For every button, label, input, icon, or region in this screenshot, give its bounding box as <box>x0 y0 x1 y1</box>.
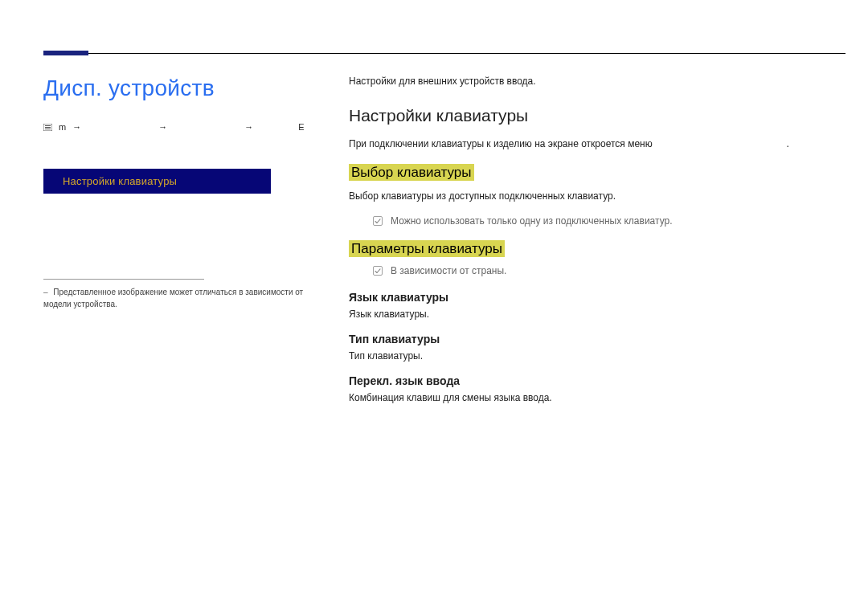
subsection-keyboard-params-label: Параметры клавиатуры <box>349 240 505 257</box>
footnote-divider <box>43 279 204 280</box>
subsection-keyboard-select: Выбор клавиатуры <box>349 165 845 181</box>
page-title: Дисп. устройств <box>43 76 317 101</box>
svg-rect-4 <box>374 217 383 226</box>
header-rule <box>43 53 845 54</box>
sidebar-panel: Настройки клавиатуры <box>43 169 271 194</box>
breadcrumb-arrow-3: → <box>244 122 253 132</box>
keyboard-select-note: Можно использовать только одну из подклю… <box>373 215 845 228</box>
keyboard-select-note-text: Можно использовать только одну из подклю… <box>391 215 673 227</box>
menu-icon <box>43 124 52 131</box>
info-icon <box>373 216 383 228</box>
info-icon <box>373 266 383 278</box>
subsection-keyboard-params: Параметры клавиатуры <box>349 241 845 257</box>
footnote-bullet: – <box>43 288 48 296</box>
sidebar-item-label: Настройки клавиатуры <box>63 175 177 187</box>
footnote: – Представленное изображение может отлич… <box>43 286 317 310</box>
item-keyboard-type-head: Тип клавиатуры <box>349 333 845 345</box>
content-column: Настройки для внешних устройств ввода. Н… <box>341 76 845 408</box>
footnote-text: Представленное изображение может отличат… <box>43 288 303 309</box>
item-keyboard-language-body: Язык клавиатуры. <box>349 309 845 320</box>
left-column: Дисп. устройств m → → → E Настройки клав… <box>43 76 341 408</box>
keyboard-settings-desc-text: При подключении клавиатуры к изделию на … <box>349 138 653 149</box>
item-switch-input-lang-body: Комбинация клавиш для смены языка ввода. <box>349 392 845 403</box>
subsection-keyboard-select-label: Выбор клавиатуры <box>349 164 474 181</box>
sidebar-item-keyboard-settings[interactable]: Настройки клавиатуры <box>43 172 271 190</box>
breadcrumb-end: E <box>298 122 304 132</box>
breadcrumb-arrow-2: → <box>158 122 167 132</box>
section-keyboard-settings: Настройки клавиатуры <box>349 106 845 125</box>
breadcrumb-arrow-1: → <box>72 122 81 132</box>
svg-rect-7 <box>374 267 383 276</box>
keyboard-settings-desc-trail: . <box>786 138 788 149</box>
intro-text: Настройки для внешних устройств ввода. <box>349 76 845 87</box>
keyboard-params-note: В зависимости от страны. <box>373 265 845 278</box>
keyboard-settings-desc: При подключении клавиатуры к изделию на … <box>349 137 845 152</box>
keyboard-params-note-text: В зависимости от страны. <box>391 265 506 276</box>
keyboard-select-body: Выбор клавиатуры из доступных подключенн… <box>349 189 845 204</box>
breadcrumb-seg-1: m <box>59 122 66 132</box>
breadcrumb: m → → → E <box>43 122 317 132</box>
item-keyboard-type-body: Тип клавиатуры. <box>349 350 845 362</box>
item-keyboard-language-head: Язык клавиатуры <box>349 291 845 304</box>
header-accent <box>43 51 88 55</box>
item-switch-input-lang-head: Перекл. язык ввода <box>349 374 845 387</box>
